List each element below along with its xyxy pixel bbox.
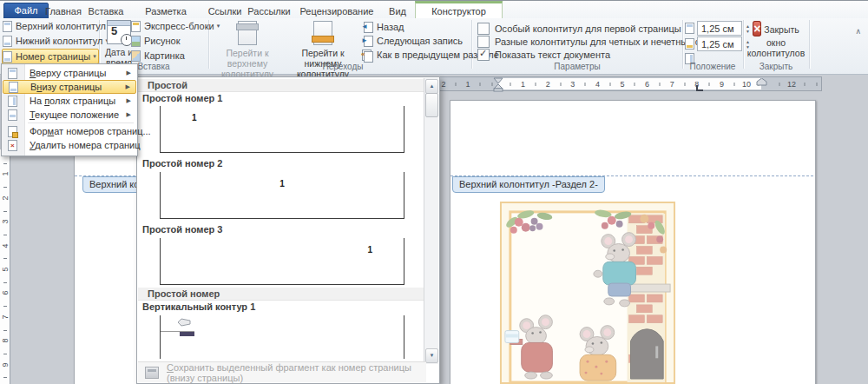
checkbox-icon: ✓ [477, 36, 490, 48]
gallery-item-simple-1[interactable]: 1 [160, 106, 404, 153]
gallery-item-title: Простой номер 2 [142, 158, 222, 169]
ribbon-tab-strip: Файл Главная Вставка Разметка страницы С… [0, 0, 868, 19]
save-gallery-icon [145, 367, 159, 379]
menu-separator [28, 122, 134, 123]
footer-button[interactable]: Нижний колонтитул ▾ [3, 34, 100, 48]
link-to-previous-icon: « [362, 50, 373, 61]
page-number-button[interactable]: Номер страницы ▾ [2, 49, 99, 64]
horizontal-ruler: 211234567891012 [436, 76, 822, 91]
clipart-icon [131, 50, 141, 62]
menu-item-format-page-numbers[interactable]: Формат номеров страниц... [3, 124, 136, 138]
outline-number-slab [180, 332, 194, 336]
options-group-label: Параметры [477, 62, 677, 71]
top-of-page-icon [8, 68, 17, 79]
next-entry-button[interactable]: ► Следующая запись [362, 34, 471, 48]
page-number-icon [3, 51, 12, 63]
menu-item-top-of-page[interactable]: Вверху страницы ▶ [3, 66, 136, 80]
header-from-top-field: ▲▼ [685, 21, 752, 36]
scrollbar-thumb[interactable] [425, 93, 438, 117]
menu-item-current-position[interactable]: Текущее положение ▶ [3, 108, 136, 122]
submenu-arrow-icon: ▶ [127, 70, 131, 76]
quick-parts-icon [131, 21, 141, 32]
submenu-arrow-icon: ▶ [126, 83, 130, 90]
position-group-label: Положение [682, 62, 743, 71]
submenu-arrow-icon: ▶ [127, 111, 131, 118]
menu-item-remove-page-numbers[interactable]: × Удалить номера страниц [3, 138, 136, 152]
word-window: Файл Главная Вставка Разметка страницы С… [0, 0, 868, 384]
tab-mailings[interactable]: Рассылки [245, 3, 293, 19]
gallery-item-title: Простой номер 1 [142, 93, 222, 103]
footer-icon [3, 36, 12, 47]
gallery-item-simple-2[interactable]: 1 [160, 172, 404, 219]
menu-item-bottom-of-page[interactable]: Внизу страницы ▶ [3, 80, 136, 94]
collapse-ribbon-icon[interactable]: ∧ [855, 27, 861, 36]
footer-from-bottom-field: ▲▼ [685, 36, 752, 51]
quick-parts-button[interactable]: Экспресс-блоки ▾ [131, 19, 206, 33]
checkbox-icon: ✓ [477, 49, 490, 61]
footer-from-bottom-input[interactable] [697, 36, 742, 51]
picture-icon [131, 36, 141, 47]
chevron-down-icon: ▾ [93, 50, 96, 63]
gallery-item-title: Вертикальный контур 1 [142, 301, 255, 312]
bottom-of-page-icon [9, 82, 18, 93]
next-entry-icon: ► [362, 36, 373, 47]
header-tag-section2: Верхний колонтитул -Раздел 2- [452, 176, 605, 193]
goto-header-button[interactable]: Перейти к верхнему колонтитулу [211, 21, 284, 79]
gallery-section-simple: Простой [138, 79, 434, 92]
save-selection-as-page-number[interactable]: Сохранить выделенный фрагмент как номер … [138, 361, 426, 382]
header-position-icon [685, 23, 694, 34]
header-icon [3, 21, 12, 32]
close-icon: × [753, 21, 761, 36]
tab-home[interactable]: Главная [42, 3, 85, 19]
scroll-down-button[interactable]: ▼ [425, 348, 438, 363]
tab-stop-marker[interactable] [696, 85, 703, 91]
tab-review[interactable]: Рецензирование [293, 3, 380, 19]
picture-button[interactable]: Рисунок [131, 34, 206, 48]
footer-position-icon [685, 38, 694, 50]
gallery-section-simple-number: Простой номер [138, 288, 434, 301]
close-group-label: Закрыть [743, 62, 809, 71]
format-page-numbers-icon [8, 126, 17, 137]
current-position-icon [8, 109, 17, 121]
date-time-icon: 5 [107, 20, 131, 44]
tab-page-layout[interactable]: Разметка страницы [127, 3, 205, 19]
page-number-gallery: Простой Простой номер 1 1 Простой номер … [136, 76, 440, 384]
group-divider [809, 20, 811, 69]
scroll-up-button[interactable]: ▲ [425, 79, 438, 94]
header-button[interactable]: Верхний колонтитул ▾ [3, 19, 100, 33]
tab-design-contextual[interactable]: Конструктор [415, 2, 503, 20]
gallery-scrollbar[interactable]: ▲ ▼ [424, 78, 438, 364]
checkbox-icon: ✓ [477, 23, 490, 35]
submenu-arrow-icon: ▶ [127, 97, 131, 104]
tab-insert[interactable]: Вставка [85, 3, 127, 19]
goto-header-icon [238, 21, 257, 45]
gallery-item-simple-3[interactable]: 1 [160, 238, 404, 285]
page-margins-icon [8, 96, 17, 107]
different-first-page-checkbox[interactable]: ✓ Особый колонтитул для первой страницы [477, 23, 681, 35]
header-from-top-input[interactable] [697, 21, 742, 36]
navigation-group-label: Переходы [286, 62, 399, 71]
menu-item-page-margins[interactable]: На полях страницы ▶ [3, 94, 136, 108]
gallery-item-vertical-outline-1[interactable] [160, 315, 404, 359]
tab-references[interactable]: Ссылки [205, 3, 245, 19]
page-number-menu: Вверху страницы ▶ Внизу страницы ▶ На по… [1, 63, 138, 156]
outline-flag-icon [176, 318, 192, 329]
back-button[interactable]: ◄ Назад [362, 20, 471, 34]
link-to-previous-button[interactable]: « Как в предыдущем разделе [362, 48, 471, 62]
right-indent-marker[interactable] [756, 78, 767, 86]
show-document-text-checkbox[interactable]: ✓ Показать текст документа [477, 49, 610, 61]
indent-markers[interactable] [492, 77, 504, 92]
close-header-footer-button[interactable]: × Закрыть окно колонтитулов [746, 21, 806, 58]
goto-footer-icon [313, 21, 332, 45]
gallery-item-title: Простой номер 3 [142, 224, 222, 235]
remove-page-numbers-icon: × [8, 140, 17, 151]
back-icon: ◄ [362, 22, 373, 33]
tab-view[interactable]: Вид [380, 3, 415, 19]
clipart-mice-illustration [499, 202, 676, 384]
clipart-button[interactable]: Картинка [131, 49, 206, 63]
